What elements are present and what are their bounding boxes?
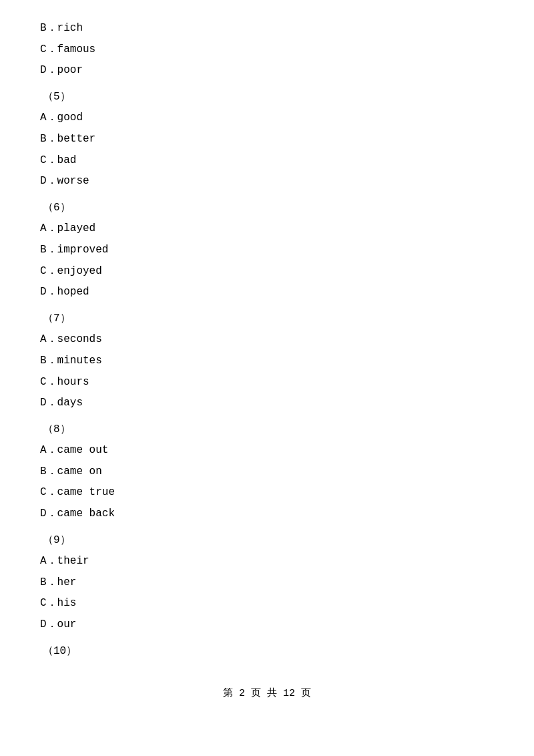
answer-option: B．came on: [40, 463, 494, 481]
page-footer: 第 2 页 共 12 页: [40, 687, 494, 699]
answer-option: B．improved: [40, 242, 494, 259]
answer-option: C．came true: [40, 484, 494, 502]
answer-option: A．good: [40, 110, 494, 127]
answer-option: B．minutes: [40, 353, 494, 370]
answer-option: D．days: [40, 395, 494, 412]
answer-option: D．came back: [40, 506, 494, 523]
answer-option: A．seconds: [40, 331, 494, 349]
answer-option: B．rich: [40, 20, 494, 37]
answer-option: C．famous: [40, 41, 494, 59]
answer-option: C．bad: [40, 152, 494, 170]
answer-option: B．better: [40, 131, 494, 148]
content-area: B．richC．famousD．poor（5）A．goodB．betterC．b…: [40, 20, 494, 660]
answer-option: C．his: [40, 595, 494, 612]
question-number: （7）: [40, 311, 494, 328]
answer-option: A．came out: [40, 442, 494, 459]
answer-option: D．our: [40, 616, 494, 634]
question-number: （8）: [40, 421, 494, 439]
question-number: （9）: [40, 532, 494, 550]
answer-option: A．played: [40, 220, 494, 238]
answer-option: C．enjoyed: [40, 263, 494, 280]
question-number: （10）: [40, 643, 494, 660]
question-number: （6）: [40, 200, 494, 217]
answer-option: D．worse: [40, 173, 494, 190]
question-number: （5）: [40, 89, 494, 106]
answer-option: D．poor: [40, 62, 494, 79]
answer-option: D．hoped: [40, 284, 494, 301]
answer-option: B．her: [40, 574, 494, 592]
answer-option: C．hours: [40, 374, 494, 391]
answer-option: A．their: [40, 553, 494, 570]
